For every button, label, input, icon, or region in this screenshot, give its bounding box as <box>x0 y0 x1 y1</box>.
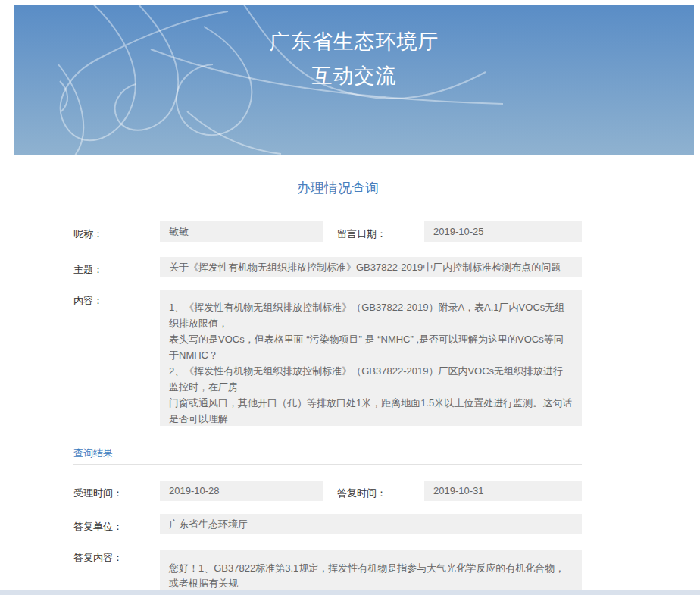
query-result-caption: 查询结果 <box>73 446 113 460</box>
reply-time-label: 答复时间： <box>337 487 386 500</box>
site-subtitle: 互动交流 <box>14 59 694 93</box>
page-title: 办理情况查询 <box>0 179 676 197</box>
nickname-field[interactable]: 敏敏 <box>160 221 323 242</box>
subject-field[interactable]: 关于《挥发性有机物无组织排放控制标准》GB37822-2019中厂内控制标准检测… <box>160 257 582 277</box>
message-date-label: 留言日期： <box>337 227 386 241</box>
reply-time-field[interactable]: 2019-10-31 <box>424 481 582 501</box>
subject-label: 主题： <box>73 263 103 277</box>
content-label: 内容： <box>73 294 103 308</box>
site-title: 广东省生态环境厅 <box>14 25 694 59</box>
banner-titles: 广东省生态环境厅 互动交流 <box>14 25 694 93</box>
page: 广东省生态环境厅 互动交流 办理情况查询 昵称： 敏敏 留言日期： 2019-1… <box>0 0 700 595</box>
section-divider <box>73 464 582 465</box>
reply-unit-label: 答复单位： <box>73 520 123 534</box>
reply-unit-field[interactable]: 广东省生态环境厅 <box>160 514 582 534</box>
reply-content-label: 答复内容： <box>73 551 123 565</box>
reply-content-field[interactable]: 您好！1、GB37822标准第3.1规定，挥发性有机物是指参与大气光化学反应的有… <box>160 550 582 595</box>
horizontal-scrollbar-thumb[interactable] <box>0 590 700 595</box>
nickname-label: 昵称： <box>73 227 103 241</box>
accept-time-label: 受理时间： <box>73 487 123 500</box>
horizontal-scrollbar-track[interactable] <box>0 590 700 595</box>
banner: 广东省生态环境厅 互动交流 <box>14 5 694 155</box>
message-date-field[interactable]: 2019-10-25 <box>424 221 582 242</box>
accept-time-field[interactable]: 2019-10-28 <box>160 481 323 501</box>
content-field[interactable]: 1、《挥发性有机物无组织排放控制标准》（GB37822-2019）附录A，表A.… <box>160 290 582 426</box>
